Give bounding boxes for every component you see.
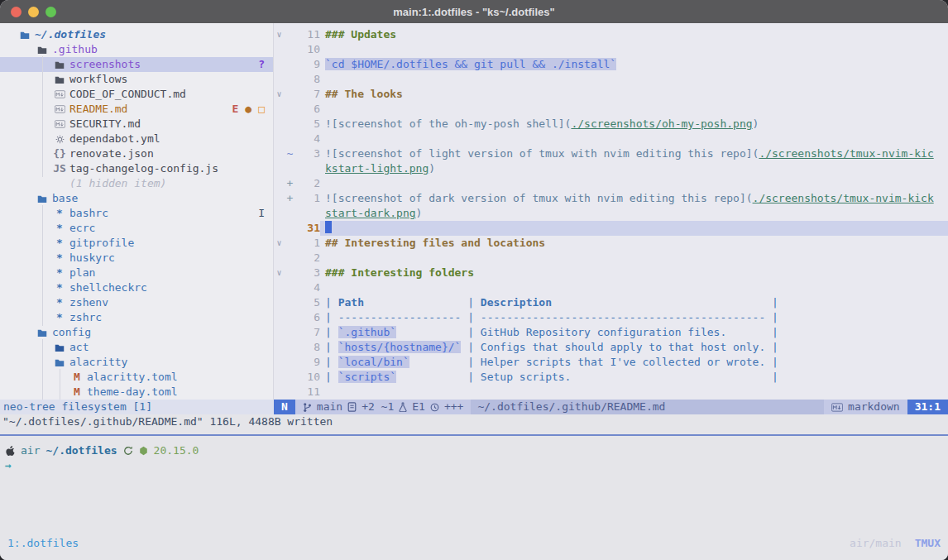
minimize-button[interactable] (28, 7, 39, 17)
indent-guide (36, 251, 53, 266)
close-button[interactable] (11, 7, 22, 17)
line-text: ![screenshot of light version of tmux wi… (320, 146, 948, 161)
tree-item-zshenv[interactable]: *zshenv (0, 295, 273, 310)
editor-line[interactable]: ∨1## Interesting files and locations (274, 236, 948, 251)
fold-open-icon[interactable]: ∨ (274, 236, 285, 251)
tree-item-code-of-conduct-md[interactable]: CODE_OF_CONDUCT.md (0, 87, 273, 102)
tree-item-act[interactable]: act (0, 340, 273, 355)
editor-line[interactable]: ∨7## The looks (274, 87, 948, 102)
tree-item-tag-changelog-config-js[interactable]: JStag-changelog-config.js (0, 161, 273, 176)
editor-line[interactable]: 7| `.github` | GitHub Repository configu… (274, 325, 948, 340)
editor-line[interactable]: 5![screenshot of the oh-my-posh shell](.… (274, 117, 948, 132)
indent-guide (18, 251, 36, 266)
editor-line[interactable]: ∨3### Interesting folders (274, 266, 948, 280)
tree-item-1-hidden-item[interactable]: (1 hidden item) (0, 176, 273, 191)
editor-buffer: ∨11### Updates109`cd $HOME/.dotfiles && … (274, 23, 948, 400)
refresh-icon (123, 446, 133, 456)
editor-line[interactable]: start-dark.png) (274, 206, 948, 221)
tree-item-label: dependabot.yml (69, 132, 160, 146)
editor-line[interactable]: 9| `local/bin` | Helper scripts that I'v… (274, 355, 948, 370)
indent-guide (18, 191, 36, 206)
text-segment: | (461, 341, 480, 353)
sign-column (285, 206, 295, 221)
folder-icon (36, 328, 49, 337)
star-icon: * (53, 206, 66, 221)
tree-item-base[interactable]: base (0, 191, 273, 206)
fold-open-icon[interactable]: ∨ (274, 266, 285, 280)
tree-item-label: zshrc (69, 310, 102, 325)
file-path: ~/.dotfiles/.github/README.md (471, 400, 824, 414)
tree-item-ecrc[interactable]: *ecrc (0, 221, 273, 236)
editor-line[interactable]: 8 (274, 72, 948, 87)
sign-column (285, 340, 295, 355)
question-badge: ? (258, 57, 265, 72)
line-number: 8 (295, 72, 320, 87)
editor-line-current[interactable]: 31 (274, 221, 948, 236)
fold-open-icon[interactable]: ∨ (274, 27, 285, 42)
text-segment: | (325, 326, 338, 338)
fold-open-icon[interactable]: ∨ (274, 87, 285, 102)
tree-item-screenshots[interactable]: screenshots? (0, 57, 273, 72)
indent-guide (36, 370, 53, 385)
sign-column (285, 266, 295, 280)
tree-item-dotfiles[interactable]: ~/.dotfiles (0, 27, 273, 42)
tree-item-alacritty[interactable]: alacritty (0, 355, 273, 370)
titlebar[interactable]: main:1:.dotfiles - "ks~/.dotfiles" (0, 0, 948, 23)
tree-item-shellcheckrc[interactable]: *shellcheckrc (0, 280, 273, 295)
sign-column (285, 221, 295, 236)
markdown-link[interactable]: start-dark.png (325, 207, 416, 219)
tree-item-config[interactable]: config (0, 325, 273, 340)
markdown-link[interactable]: kstart-light.png (325, 162, 429, 175)
tree-item-huskyrc[interactable]: *huskyrc (0, 251, 273, 266)
fold-column (274, 295, 285, 310)
editor-line[interactable]: 6 (274, 102, 948, 117)
tmux-window-label[interactable]: 1:.dotfiles (7, 537, 79, 549)
tree-item-bashrc[interactable]: *bashrcI (0, 206, 273, 221)
text-segment: ) (753, 117, 759, 130)
text-segment: ![screenshot of the oh-my-posh shell]( (325, 117, 571, 130)
tree-item-plan[interactable]: *plan (0, 266, 273, 280)
tree-item-label: shellcheckrc (69, 280, 147, 295)
editor-line[interactable]: 9`cd $HOME/.dotfiles && git pull && ./in… (274, 57, 948, 72)
tree-item-github[interactable]: .github (0, 42, 273, 57)
editor-line[interactable]: 5| Path | Description | (274, 295, 948, 310)
editor-line[interactable]: kstart-light.png) (274, 161, 948, 176)
terminal-window: main:1:.dotfiles - "ks~/.dotfiles" ~/.do… (0, 0, 948, 560)
editor-line[interactable]: ~3![screenshot of light version of tmux … (274, 146, 948, 161)
zoom-button[interactable] (45, 7, 56, 17)
editor-line[interactable]: 2 (274, 251, 948, 266)
text-segment: GitHub Repository configuration files. (481, 326, 726, 338)
editor-line[interactable]: 4 (274, 280, 948, 295)
tree-item-security-md[interactable]: SECURITY.md (0, 117, 273, 132)
editor-line[interactable]: ∨11### Updates (274, 27, 948, 42)
editor-line[interactable]: 10| `scripts` | Setup scripts. | (274, 370, 948, 385)
markdown-link[interactable]: ./screenshots/tmux-nvim-kic (759, 147, 933, 160)
indent-guide (18, 117, 36, 132)
tree-item-readme-md[interactable]: README.mdE●□ (0, 102, 273, 117)
markdown-link[interactable]: ./screenshots/tmux-nvim-kick (753, 192, 934, 204)
tree-item-gitprofile[interactable]: *gitprofile (0, 236, 273, 251)
sign-column (285, 295, 295, 310)
sign-column (285, 385, 295, 400)
editor-line[interactable]: +2 (274, 176, 948, 191)
editor-line[interactable]: 11 (274, 385, 948, 400)
editor-line[interactable]: 8| `hosts/{hostname}/` | Configs that sh… (274, 340, 948, 355)
editor-line[interactable]: 4 (274, 132, 948, 146)
text-segment: | (325, 356, 338, 368)
tree-item-renovate-json[interactable]: {}renovate.json (0, 146, 273, 161)
tree-item-dependabot-yml[interactable]: dependabot.yml (0, 132, 273, 146)
editor-line[interactable]: 6| ------------------- | ---------------… (274, 310, 948, 325)
mode-indicator: N (274, 400, 295, 414)
tree-item-theme-day-toml[interactable]: Mtheme-day.toml (0, 385, 273, 400)
editor-line[interactable]: 10 (274, 42, 948, 57)
diagnostics-count: E1 (412, 400, 425, 414)
tree-item-alacritty-toml[interactable]: Malacritty.toml (0, 370, 273, 385)
shell-pane[interactable]: air ~/.dotfiles 20.15.0 → (0, 436, 948, 473)
indent-guide (36, 266, 53, 280)
tree-item-workflows[interactable]: workflows (0, 72, 273, 87)
text-segment: | (396, 371, 481, 383)
tree-item-zshrc[interactable]: *zshrc (0, 310, 273, 325)
editor-line[interactable]: +1![screenshot of dark version of tmux w… (274, 191, 948, 206)
terminal-content: ~/.dotfiles.githubscreenshots?workflowsC… (0, 23, 948, 560)
markdown-link[interactable]: ./screenshots/oh-my-posh.png (571, 117, 752, 130)
